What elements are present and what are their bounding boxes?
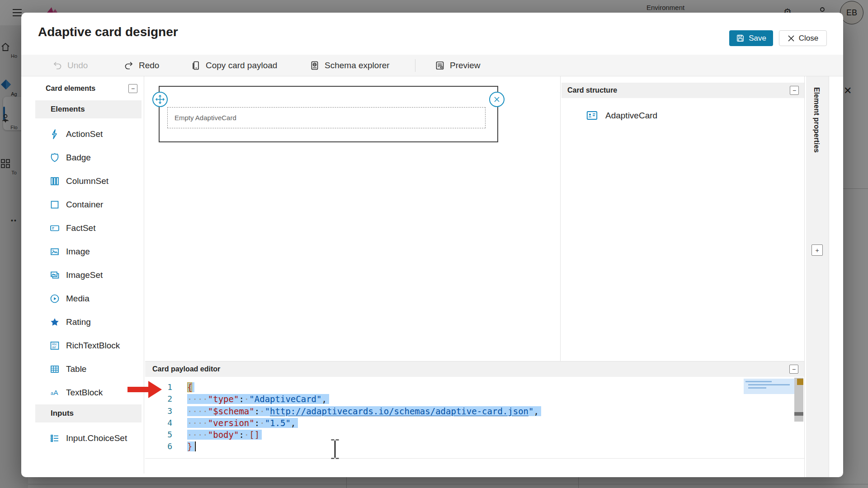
image-icon — [49, 246, 61, 258]
token-pun: : — [255, 406, 259, 416]
element-item-container[interactable]: Container — [35, 193, 142, 216]
element-item-label: TextBlock — [66, 388, 103, 398]
tree-item-adaptivecard[interactable]: AdaptiveCard — [586, 109, 657, 122]
collapse-card-elements-button[interactable]: − — [128, 84, 137, 93]
token-pun: : — [239, 430, 244, 440]
undo-icon — [52, 61, 62, 70]
element-item-columnset[interactable]: ColumnSet — [35, 169, 142, 193]
schema-explorer-button[interactable]: Schema explorer — [310, 55, 390, 76]
element-item-label: Image — [66, 247, 90, 257]
code-line[interactable]: 1{ — [145, 381, 804, 393]
element-item-richtextblock[interactable]: AbcdefRichTextBlock — [35, 334, 142, 357]
token-ws: ···· — [187, 406, 208, 416]
element-properties-tab[interactable]: Element properties + — [806, 76, 829, 477]
empty-card-placeholder: Empty AdaptiveCard — [175, 114, 236, 122]
schema-explorer-label: Schema explorer — [325, 61, 390, 70]
close-icon — [493, 96, 500, 103]
minimap[interactable] — [744, 379, 794, 394]
element-item-label: ColumnSet — [66, 176, 108, 186]
token-pun: , — [321, 394, 326, 404]
actionset-icon — [49, 128, 61, 140]
card-structure-header: Card structure − — [561, 83, 804, 98]
save-button[interactable]: Save — [729, 30, 773, 46]
token-ws: · — [259, 406, 264, 416]
adaptive-card-designer-dialog: Adaptive card designer Save Close Undo — [21, 13, 843, 477]
text-cursor-pointer — [327, 438, 343, 460]
expand-element-properties-button[interactable]: + — [811, 244, 823, 256]
preview-button[interactable]: Preview — [435, 55, 481, 76]
svg-text:def: def — [52, 346, 56, 349]
element-item-rating[interactable]: Rating — [35, 310, 142, 334]
save-label: Save — [749, 34, 766, 43]
line-number: 3 — [145, 405, 172, 417]
redo-button[interactable]: Redo — [124, 55, 159, 76]
element-item-badge[interactable]: Badge — [35, 146, 142, 169]
line-number: 4 — [145, 417, 172, 429]
screen: Environment ⚙ EB Ho Ag Flo To — [0, 0, 868, 488]
element-item-label: FactSet — [66, 223, 95, 233]
element-item-label: Media — [66, 294, 90, 304]
selected-text: } — [187, 441, 194, 451]
element-item-label: ActionSet — [66, 129, 103, 139]
textblock-icon: aA — [49, 387, 61, 399]
element-item-label: RichTextBlock — [66, 341, 120, 351]
token-pun: , — [291, 418, 296, 428]
close-label: Close — [799, 34, 818, 43]
code-line[interactable]: 3····"$schema":·"http://adaptivecards.io… — [145, 405, 804, 417]
card-elements-panel: Card elements − ElementsActionSetBadgeCo… — [35, 76, 142, 474]
line-number: 6 — [145, 441, 172, 452]
badge-icon — [49, 152, 61, 164]
element-item-input-choiceset[interactable]: Input.ChoiceSet — [35, 427, 142, 450]
collapse-payload-editor-button[interactable]: − — [789, 365, 798, 374]
token-ws: ···· — [187, 430, 208, 440]
schema-explorer-icon — [310, 61, 320, 70]
close-button[interactable]: Close — [779, 30, 827, 46]
selected-text: ····"type":·"AdaptiveCard", — [187, 394, 329, 404]
media-icon — [49, 293, 61, 305]
line-number: 5 — [145, 429, 172, 441]
minus-icon: − — [792, 366, 796, 372]
element-item-table[interactable]: Table — [35, 357, 142, 381]
copy-card-payload-button[interactable]: Copy card payload — [191, 55, 277, 76]
section-label: Elements — [51, 105, 85, 114]
token-pun: : — [239, 394, 244, 404]
code-line[interactable]: 4····"version":·"1.5", — [145, 417, 804, 429]
remove-card-button[interactable] — [489, 92, 505, 107]
element-item-imageset[interactable]: ImageSet — [35, 263, 142, 287]
redo-label: Redo — [139, 61, 159, 70]
token-ws: · — [244, 394, 249, 404]
drag-handle[interactable] — [152, 92, 168, 107]
code-editor[interactable]: 1{2····"type":·"AdaptiveCard",3····"$sch… — [145, 377, 804, 459]
editor-scrollbar-thumb[interactable] — [794, 412, 803, 416]
factset-icon — [49, 222, 61, 234]
token-str: " — [528, 406, 533, 416]
element-item-image[interactable]: Image — [35, 240, 142, 263]
minus-icon: − — [131, 85, 135, 92]
annotation-arrow — [127, 381, 162, 398]
canvas-card[interactable]: Empty AdaptiveCard — [159, 86, 498, 142]
code-line[interactable]: 6} — [145, 441, 804, 452]
element-item-textblock[interactable]: aATextBlock — [35, 381, 142, 404]
richtextblock-icon: Abcdef — [49, 340, 61, 352]
element-item-media[interactable]: Media — [35, 287, 142, 310]
copy-card-payload-label: Copy card payload — [206, 61, 277, 70]
element-item-label: Table — [66, 364, 86, 374]
empty-card-dropzone[interactable]: Empty AdaptiveCard — [167, 107, 486, 128]
code-line[interactable]: 5····"body":·[] — [145, 429, 804, 441]
selected-text: ····"body":·[] — [187, 430, 262, 440]
close-icon — [788, 35, 795, 42]
token-key: "body" — [208, 430, 239, 440]
token-str: " — [265, 406, 270, 416]
redo-icon — [124, 61, 134, 70]
element-item-factset[interactable]: FactSet — [35, 216, 142, 240]
adaptivecard-icon — [586, 109, 598, 122]
element-item-label: ImageSet — [66, 270, 103, 280]
card-elements-title: Card elements — [46, 84, 128, 93]
card-structure-title: Card structure — [567, 86, 790, 94]
plus-icon: + — [815, 247, 819, 253]
undo-button[interactable]: Undo — [52, 55, 88, 76]
element-item-actionset[interactable]: ActionSet — [35, 122, 142, 146]
collapse-card-structure-button[interactable]: − — [790, 86, 799, 95]
panel-divider — [144, 76, 144, 474]
code-line[interactable]: 2····"type":·"AdaptiveCard", — [145, 393, 804, 405]
